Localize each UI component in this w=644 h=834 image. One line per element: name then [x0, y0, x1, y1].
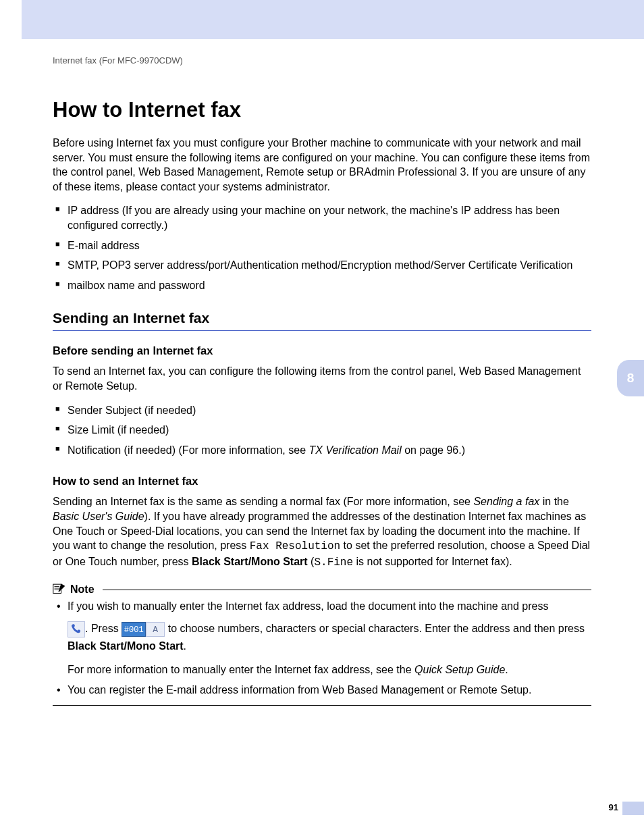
list-item: IP address (If you are already using you…	[53, 203, 591, 232]
list-item: Sender Subject (if needed)	[53, 403, 591, 418]
breadcrumb: Internet fax (For MFC-9970CDW)	[53, 55, 591, 66]
reference-italic: TX Verification Mail	[308, 444, 401, 456]
before-paragraph: To send an Internet fax, you can configu…	[53, 364, 591, 393]
intro-paragraph: Before using Internet fax you must confi…	[53, 136, 591, 194]
heading-rule	[53, 330, 591, 331]
list-item: Notification (if needed) (For more infor…	[53, 443, 591, 458]
key-001-icon: #001	[122, 622, 146, 637]
note-bottom-rule	[53, 705, 591, 706]
bold-text: Black Start/Mono Start	[192, 556, 308, 567]
reference-italic: Sending a fax	[473, 496, 539, 507]
list-item: E-mail address	[53, 238, 591, 253]
note-list: If you wish to manually enter the Intern…	[53, 598, 591, 698]
note-icon	[53, 582, 66, 597]
before-items-list: Sender Subject (if needed) Size Limit (i…	[53, 403, 591, 458]
section-heading: Sending an Internet fax	[53, 310, 591, 326]
reference-italic: Quick Setup Guide	[414, 664, 505, 675]
note-heading: Note	[53, 582, 591, 597]
page-title: How to Internet fax	[53, 98, 591, 122]
key-a-icon: A	[146, 622, 165, 637]
how-paragraph: Sending an Internet fax is the same as s…	[53, 494, 591, 570]
subsection-heading: Before sending an Internet fax	[53, 344, 591, 357]
bold-text: Black Start/Mono Start	[68, 640, 184, 652]
list-item: If you wish to manually enter the Intern…	[53, 598, 591, 677]
list-item: Size Limit (if needed)	[53, 423, 591, 438]
subsection-heading: How to send an Internet fax	[53, 475, 591, 488]
reference-italic: Basic User's Guide	[53, 511, 144, 522]
note-label: Note	[70, 583, 95, 596]
list-item: You can register the E-mail address info…	[53, 682, 591, 698]
list-item: SMTP, POP3 server address/port/Authentic…	[53, 258, 591, 273]
mono-text: S.Fine	[314, 556, 353, 569]
config-items-list: IP address (If you are already using you…	[53, 203, 591, 292]
mono-text: Fax Resolution	[250, 540, 340, 552]
phone-icon	[68, 621, 85, 637]
note-rule	[103, 590, 591, 590]
list-item: mailbox name and password	[53, 278, 591, 293]
